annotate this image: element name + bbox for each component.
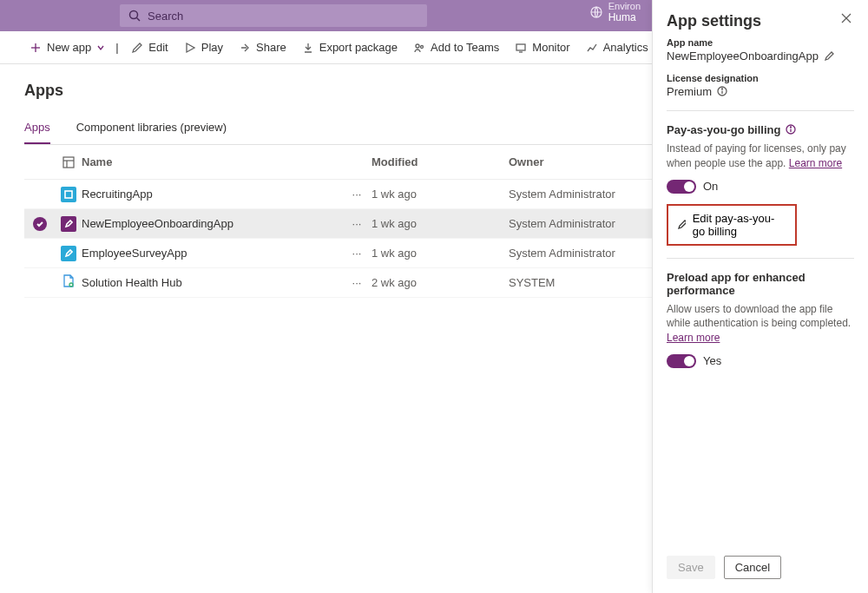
edit-payg-billing-button[interactable]: Edit pay-as-you-go billing: [667, 204, 797, 246]
search-input[interactable]: [148, 10, 418, 23]
monitor-label: Monitor: [532, 41, 569, 54]
modified-cell: 2 wk ago: [372, 276, 509, 289]
export-label: Export package: [319, 41, 398, 54]
plus-icon: [30, 42, 42, 54]
info-icon[interactable]: [717, 86, 728, 97]
payg-description: Instead of paying for licenses, only pay…: [667, 142, 854, 171]
monitor-icon: [515, 42, 527, 54]
preload-toggle-label: Yes: [703, 354, 721, 367]
edit-payg-label: Edit pay-as-you-go billing: [693, 212, 786, 238]
app-name-cell: RecruitingApp: [82, 188, 342, 201]
tab-apps[interactable]: Apps: [24, 121, 50, 144]
share-label: Share: [256, 41, 286, 54]
panel-title: App settings: [667, 12, 761, 30]
app-settings-panel: App settings App name NewEmployeeOnboard…: [652, 0, 868, 593]
row-more-button[interactable]: ···: [342, 276, 372, 289]
license-value: Premium: [667, 85, 712, 98]
svg-point-0: [130, 11, 138, 19]
payg-toggle-label: On: [703, 180, 718, 193]
cancel-button[interactable]: Cancel: [724, 556, 781, 579]
svg-marker-5: [187, 43, 194, 52]
svg-point-23: [791, 127, 792, 128]
environment-picker[interactable]: Environ Huma: [589, 1, 641, 23]
edit-button[interactable]: Edit: [126, 37, 173, 57]
pencil-icon: [131, 42, 143, 54]
row-more-button[interactable]: ···: [342, 217, 372, 230]
canvas-app-icon: [61, 187, 76, 202]
monitor-button[interactable]: Monitor: [510, 37, 575, 57]
row-more-button[interactable]: ···: [342, 247, 372, 260]
app-name-cell: EmployeeSurveyApp: [82, 247, 342, 260]
edit-appname-icon[interactable]: [824, 50, 835, 62]
new-app-label: New app: [47, 41, 91, 54]
owner-cell: System Administrator: [509, 188, 648, 201]
app-name-cell: Solution Health Hub: [82, 276, 342, 289]
search-box[interactable]: [120, 4, 427, 27]
canvas-app-icon: [61, 216, 76, 232]
save-button: Save: [667, 556, 715, 579]
add-to-teams-button[interactable]: Add to Teams: [408, 37, 504, 57]
owner-cell: SYSTEM: [509, 276, 648, 289]
export-button[interactable]: Export package: [297, 37, 403, 57]
preload-title-text: Preload app for enhanced performance: [667, 271, 854, 297]
share-button[interactable]: Share: [233, 37, 292, 57]
column-options-icon[interactable]: [62, 156, 75, 168]
col-header-owner[interactable]: Owner: [509, 155, 648, 168]
payg-section-title: Pay-as-you-go billing: [667, 123, 854, 136]
share-icon: [239, 42, 251, 54]
tab-component-libraries[interactable]: Component libraries (preview): [76, 121, 227, 144]
edit-label: Edit: [148, 41, 168, 54]
divider: [667, 258, 854, 259]
pencil-icon: [677, 219, 686, 230]
preload-toggle[interactable]: [667, 354, 696, 368]
preload-learn-more-link[interactable]: Learn more: [667, 332, 720, 344]
environment-label: Environ: [608, 1, 641, 11]
license-label: License designation: [667, 73, 854, 83]
selected-checkmark-icon[interactable]: [33, 217, 47, 231]
export-icon: [302, 42, 314, 54]
payg-learn-more-link[interactable]: Learn more: [789, 157, 842, 169]
col-header-name[interactable]: Name: [82, 155, 342, 168]
environment-value: Huma: [608, 11, 641, 23]
play-button[interactable]: Play: [179, 37, 228, 57]
payg-toggle[interactable]: [667, 180, 696, 194]
teams-icon: [413, 42, 425, 54]
info-icon[interactable]: [786, 124, 797, 135]
app-name-value: NewEmployeeOnboardingApp: [667, 49, 819, 63]
svg-line-1: [137, 18, 141, 22]
close-icon: [840, 12, 852, 24]
modified-cell: 1 wk ago: [372, 217, 509, 230]
play-icon: [184, 42, 196, 54]
svg-point-20: [722, 89, 723, 89]
environment-icon: [589, 5, 603, 19]
svg-point-15: [69, 283, 73, 287]
close-button[interactable]: [840, 12, 854, 26]
col-header-modified[interactable]: Modified: [372, 155, 509, 168]
modified-cell: 1 wk ago: [372, 188, 509, 201]
panel-footer: Save Cancel: [667, 547, 854, 593]
svg-rect-11: [63, 157, 74, 168]
modified-cell: 1 wk ago: [372, 247, 509, 260]
svg-rect-14: [65, 191, 72, 198]
preload-body-text: Allow users to download the app file whi…: [667, 303, 851, 330]
app-name-label: App name: [667, 37, 854, 48]
svg-rect-8: [516, 44, 525, 50]
search-icon: [128, 10, 141, 22]
preload-section-title: Preload app for enhanced performance: [667, 271, 854, 297]
owner-cell: System Administrator: [509, 247, 648, 260]
svg-point-7: [421, 45, 424, 48]
preload-description: Allow users to download the app file whi…: [667, 302, 854, 346]
new-app-button[interactable]: New app: [24, 37, 110, 57]
play-label: Play: [201, 41, 223, 54]
chevron-down-icon: [96, 43, 105, 52]
owner-cell: System Administrator: [509, 217, 648, 230]
divider: [667, 110, 854, 111]
svg-point-6: [416, 44, 419, 48]
model-driven-app-icon: [62, 274, 76, 291]
add-teams-label: Add to Teams: [431, 41, 499, 54]
toolbar-separator: |: [115, 41, 121, 54]
payg-title-text: Pay-as-you-go billing: [667, 123, 780, 136]
analytics-icon: [586, 42, 598, 54]
row-more-button[interactable]: ···: [342, 188, 372, 201]
canvas-app-icon: [61, 246, 76, 261]
